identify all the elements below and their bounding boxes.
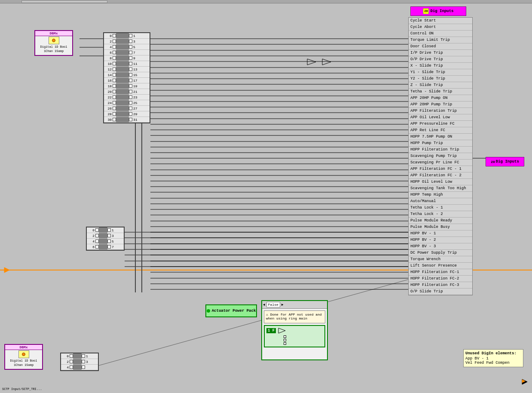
dbmx-box-2: DBMx Digital 1D Bool 1Chan 15amp	[4, 344, 43, 370]
signal-app-20hp-trip: APP 20HP Pump Trip	[409, 101, 472, 108]
dig-inputs-top[interactable]: 28 Dig Inputs	[410, 6, 466, 16]
signal-control-on: Control ON	[409, 31, 472, 37]
signal-panel: Cycle Start Cycle Abort Control ON Torqu…	[408, 17, 473, 295]
svg-marker-61	[4, 267, 9, 273]
main-canvas: 28 Dig Inputs DBMx Digital 1D Bool 1Chan…	[0, 0, 532, 393]
signal-tetha-lock1: Tetha Lock - 1	[409, 205, 472, 211]
app-label: Actuator Power Pack	[212, 309, 256, 313]
signal-hopp-oil-low: HOPP Oil Level Low	[409, 179, 472, 185]
signal-hopp-75hp: HOPP 7.5HP Pump ON	[409, 134, 472, 140]
signal-tetha-slide: Tetha - Slide Trip	[409, 89, 472, 95]
signal-hopp-filt-fc2: HOPP Filteration FC-2	[409, 276, 472, 282]
signal-op-slide: O/P Slide Trip	[409, 289, 472, 295]
scrollbar-thumb[interactable]	[21, 0, 107, 3]
func-block-description: ⚠ Done for APP not used and when using r…	[264, 310, 325, 323]
signal-hopp-filt-fc3: HOPP Filteration FC-3	[409, 282, 472, 289]
dig-inputs-mid[interactable]: 28 Dig Inputs	[486, 157, 524, 166]
svg-marker-65	[278, 328, 285, 333]
signal-hopp-bv1: HOPP BV - 1	[409, 230, 472, 237]
signal-op-drive: O/P Drive Trip	[409, 56, 472, 63]
app-power-pack[interactable]: Actuator Power Pack	[205, 304, 257, 317]
func-desc-text: Done for APP not used and when using rin…	[266, 313, 322, 320]
signal-ip-drive: I/P Drive Trip	[409, 50, 472, 56]
dbmx2-sub1: Digital 1D Bool	[5, 359, 42, 363]
signal-pulse-ready: Pulse Module Ready	[409, 218, 472, 224]
dbmx2-sub2: 1Chan 15amp	[5, 363, 42, 367]
signal-scav-tank: Scavenging Tank Too High	[409, 185, 472, 192]
unused-item-1: App BV - 1	[465, 356, 521, 361]
func-block-arrow-right: ►	[281, 303, 284, 307]
signal-app-20hp-on: APP 20HP Pump ON	[409, 95, 472, 101]
signal-cycle-start: Cycle Start	[409, 18, 472, 24]
unused-item-2: Vel Feed Fwd Compen	[465, 361, 521, 365]
signal-cycle-abort: Cycle Abort	[409, 24, 472, 31]
signal-app-filt-fc2: APP Filteration FC - 2	[409, 172, 472, 179]
connector-3: 01 23 4	[60, 353, 99, 371]
signal-y1-slide: Y1 - Slide Trip	[409, 69, 472, 76]
dbmx-box-1: DBMx Digital 1D Bool 1Chan 15amp	[34, 30, 73, 56]
dbmx1-sub1: Digital 1D Bool	[35, 45, 72, 49]
signal-app-oil-low: APP Oil Level Low	[409, 114, 472, 121]
dbmx1-sub2: 1Chan 15amp	[35, 49, 72, 53]
orange-wire-end: ▶	[522, 377, 526, 384]
signal-app-press: APP Pressureline FC	[409, 121, 472, 127]
app-indicator	[207, 309, 210, 313]
signal-scav-pump-trip: Scavenging Pump Trip	[409, 153, 472, 160]
unused-title: Unused DigIn elements:	[465, 351, 521, 356]
signal-torque-limit: Torque Limit Trip	[409, 37, 472, 43]
dig-inputs-icon: 28	[423, 8, 429, 14]
svg-marker-46	[307, 59, 316, 65]
top-scrollbar[interactable]	[0, 0, 532, 3]
signal-hopp-filt-trip: HOPP Filteration Trip	[409, 147, 472, 153]
dig-inputs-mid-label: Dig Inputs	[496, 160, 519, 164]
signal-hopp-filt-fc1: HOPP Filteration FC-1	[409, 269, 472, 276]
signal-app-ret-line: APP Ret Line FC	[409, 127, 472, 134]
signal-tetha-lock2: Tetha Lock - 2	[409, 211, 472, 218]
signal-hopp-temp: HOPP Temp High	[409, 192, 472, 198]
inner-label: 1 F	[266, 328, 276, 333]
signal-y2-slide: Y2 - Slide Trip	[409, 76, 472, 82]
signal-x-slide: X - Slide Trip	[409, 63, 472, 69]
signal-app-filt-fc1: APP Filteration FC - 1	[409, 166, 472, 172]
dig-inputs-mid-icon: 28	[491, 160, 495, 164]
svg-line-60	[99, 279, 408, 365]
unused-box: Unused DigIn elements: App BV - 1 Vel Fe…	[463, 349, 523, 367]
signal-pulse-busy: Pulse Module Busy	[409, 224, 472, 230]
signal-dc-power: DC Power Supply Trip	[409, 250, 472, 256]
signal-app-filt-trip: APP Filteration Trip	[409, 108, 472, 114]
bottom-label: SCTP Input/SCTP_TRI...	[2, 387, 42, 391]
signal-hopp-pump-trip: HOPP Pump Trip	[409, 140, 472, 147]
signal-scav-pr-line: Scavenging Pr Line FC	[409, 160, 472, 166]
dig-inputs-label: Dig Inputs	[430, 9, 453, 13]
func-block-title: ◄ False ►	[262, 301, 327, 309]
signal-lift-sensor: Lift Sensor Presence	[409, 263, 472, 269]
signal-auto-manual: Auto/Manual	[409, 198, 472, 205]
signal-door-closed: Door Closed	[409, 43, 472, 50]
small-connector: 01 23 45 67	[86, 227, 125, 251]
func-block-toggle[interactable]: False	[266, 302, 280, 307]
signal-hopp-bv3: HOPP BV - 3	[409, 243, 472, 250]
func-block-arrow-left: ◄	[263, 303, 265, 307]
dbmx1-label: DBMx	[35, 31, 72, 36]
main-connector: 01 23 45 67 89 1011 1213 1415 1617 1819 …	[103, 32, 150, 123]
svg-marker-47	[322, 59, 331, 65]
signal-z-slide: Z - Slide Trip	[409, 82, 472, 89]
dbmx2-label: DBMx	[5, 345, 42, 350]
signal-torque-wrench: Torque Wrench	[409, 256, 472, 263]
signal-hopp-bv2: HOPP BV - 2	[409, 237, 472, 243]
func-desc-icon: ⚠	[266, 313, 268, 316]
func-block: ◄ False ► ⚠ Done for APP not used and wh…	[261, 300, 328, 360]
